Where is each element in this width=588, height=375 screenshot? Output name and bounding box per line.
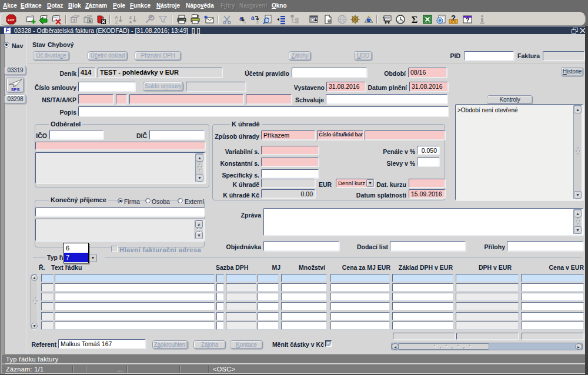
menu-npovda[interactable]: Nápověda xyxy=(186,2,214,9)
uc-likvidace-button[interactable]: Úč.likvidace xyxy=(33,51,69,61)
scroll-right-icon[interactable]: ► xyxy=(575,343,582,350)
table-cell-r5c4[interactable] xyxy=(226,312,256,320)
table-cell-r1c10[interactable] xyxy=(521,274,584,282)
scroll-up-icon[interactable]: ▲ xyxy=(31,274,38,281)
menu-okno[interactable]: Okno xyxy=(272,2,287,9)
restore-window-icon[interactable] xyxy=(572,28,578,34)
menu-nstroje[interactable]: Nástroje xyxy=(156,2,180,9)
kurz-combo-arrow-icon[interactable]: ▼ xyxy=(366,179,374,187)
exit-icon[interactable]: EXIT xyxy=(6,14,16,25)
scroll-down-icon[interactable]: ▼ xyxy=(574,226,582,234)
table-cell-r1c3[interactable] xyxy=(216,274,224,282)
table-cell-r1c6[interactable] xyxy=(281,274,327,282)
table-cell-r2c3[interactable] xyxy=(216,283,224,292)
table-cell-r3c6[interactable] xyxy=(281,293,327,301)
table-cell-r6c1[interactable] xyxy=(41,322,54,330)
table-cell-r6c4[interactable] xyxy=(226,322,256,330)
scroll-up-icon[interactable]: ▲ xyxy=(574,106,582,113)
table-cell-r2c5[interactable] xyxy=(258,283,279,292)
ucetni-doklad-button[interactable]: Účetní doklad xyxy=(88,51,128,61)
sort-asc-icon[interactable]: AZ xyxy=(113,14,124,25)
copy-icon[interactable]: aa xyxy=(236,14,246,25)
table-cell-r5c8[interactable] xyxy=(392,312,453,320)
tree-icon[interactable] xyxy=(290,14,300,25)
window-help-icon[interactable]: ? xyxy=(462,14,473,25)
schvaluje-field[interactable] xyxy=(326,94,447,104)
ns-field[interactable] xyxy=(78,94,113,104)
dropdown-item-6[interactable]: 6 xyxy=(64,243,88,253)
cislo-uctu-field[interactable] xyxy=(365,130,445,140)
table-cell-r5c1[interactable] xyxy=(41,312,54,320)
sidebar-button-03298[interactable]: 03298 xyxy=(4,95,26,104)
slevy-field[interactable] xyxy=(417,158,439,166)
table-cell-r6c7[interactable] xyxy=(330,322,390,330)
prijemce-name-field[interactable] xyxy=(35,207,205,216)
print-pages-icon[interactable] xyxy=(190,14,201,25)
udd-button[interactable]: UDD xyxy=(354,51,372,61)
kp-field[interactable] xyxy=(246,94,292,104)
zprava-scrollbar[interactable]: ▲▼ xyxy=(573,209,582,235)
table-cell-r5c5[interactable] xyxy=(258,312,279,320)
table-cell-r5c10[interactable] xyxy=(521,312,584,320)
document-icon[interactable] xyxy=(323,14,333,25)
table-cell-r4c5[interactable] xyxy=(258,302,279,310)
table-cell-r1c9[interactable] xyxy=(456,274,519,282)
pid-field[interactable] xyxy=(464,51,514,61)
saldo-smlouvy-button[interactable]: Saldo smlouvy xyxy=(143,82,183,91)
delete-record-icon[interactable] xyxy=(51,14,62,25)
help-books-icon[interactable]: ? xyxy=(448,14,459,25)
mail-icon[interactable] xyxy=(204,14,215,25)
denik-code-field[interactable]: 414 xyxy=(78,68,95,78)
tools-icon[interactable] xyxy=(144,14,155,25)
info-icon[interactable] xyxy=(477,14,487,25)
menu-editace[interactable]: Editace xyxy=(21,2,42,9)
table-cell-r3c3[interactable] xyxy=(216,293,224,301)
scroll-up-icon[interactable]: ▲ xyxy=(196,154,203,162)
scroll-down-icon[interactable]: ▼ xyxy=(31,323,38,329)
table-cell-r2c10[interactable] xyxy=(521,283,584,292)
externi-radio[interactable] xyxy=(178,198,183,203)
cart-icon[interactable] xyxy=(382,14,392,25)
helm-icon[interactable] xyxy=(350,14,360,25)
kontroly-scrollbar[interactable]: ▲▼ xyxy=(573,105,582,199)
table-cell-r6c10[interactable] xyxy=(521,322,584,330)
menu-blok[interactable]: Blok xyxy=(68,2,81,9)
duplicate-record-icon[interactable] xyxy=(38,14,49,25)
table-cell-r1c8[interactable] xyxy=(392,274,453,282)
kontroly-button[interactable]: Kontroly xyxy=(487,95,533,104)
table-cell-r1c5[interactable] xyxy=(258,274,279,282)
table-cell-r5c2[interactable] xyxy=(55,312,215,320)
zaloha-button[interactable]: Záloha xyxy=(193,340,226,349)
menu-pole[interactable]: Pole xyxy=(113,2,125,9)
table-cell-r3c8[interactable] xyxy=(392,293,453,301)
record-scrollbar[interactable]: ▲ ▼ xyxy=(31,274,38,330)
dat-kurzu-field[interactable] xyxy=(409,179,445,188)
table-cell-r2c8[interactable] xyxy=(392,283,453,292)
prism-icon[interactable] xyxy=(363,14,374,25)
table-cell-r3c9[interactable] xyxy=(456,293,519,301)
sort-desc-icon[interactable]: ZA xyxy=(128,14,138,25)
prijemce-address-field[interactable] xyxy=(35,219,205,241)
specificky-field[interactable] xyxy=(261,169,319,178)
vystaveno-field[interactable]: 31.08.2016 xyxy=(326,82,366,92)
cislo-smlouvy-field[interactable] xyxy=(78,82,135,92)
find-icon[interactable] xyxy=(262,14,273,25)
firma-radio[interactable] xyxy=(118,198,123,203)
ucetni-pravidlo-field[interactable] xyxy=(292,68,367,78)
paste-icon[interactable]: aa xyxy=(249,14,260,25)
table-cell-r2c6[interactable] xyxy=(281,283,327,292)
table-cell-r6c2[interactable] xyxy=(55,322,215,330)
denik-name-field[interactable]: TEST - pohledávky v EUR xyxy=(98,68,222,78)
obdobi-field[interactable]: 08/16 xyxy=(408,68,447,78)
menu-dotaz[interactable]: Dotaz xyxy=(47,2,63,9)
dropdown-item-7[interactable]: 7 xyxy=(64,253,88,262)
print-icon[interactable] xyxy=(176,14,187,25)
table-cell-r3c5[interactable] xyxy=(258,293,279,301)
priznani-dph-button[interactable]: Přiznání DPH xyxy=(135,51,181,61)
table-cell-r6c5[interactable] xyxy=(258,322,279,330)
a-field[interactable] xyxy=(129,94,243,104)
table-cell-r4c2[interactable] xyxy=(55,302,215,310)
table-cell-r4c4[interactable] xyxy=(226,302,256,310)
kontroly-list[interactable]: >Období není otevřené xyxy=(455,104,583,200)
sidebar-button-sps[interactable]: SPS xyxy=(6,77,24,93)
